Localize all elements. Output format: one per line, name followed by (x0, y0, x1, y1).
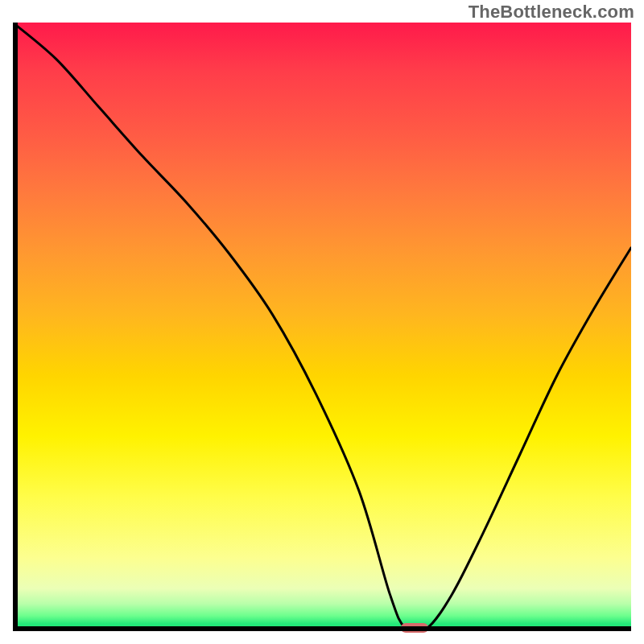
bottleneck-curve (13, 23, 631, 631)
plot-area (13, 23, 631, 631)
watermark-text: TheBottleneck.com (469, 2, 634, 23)
optimal-marker (401, 623, 428, 633)
chart-container: TheBottleneck.com (0, 0, 644, 644)
